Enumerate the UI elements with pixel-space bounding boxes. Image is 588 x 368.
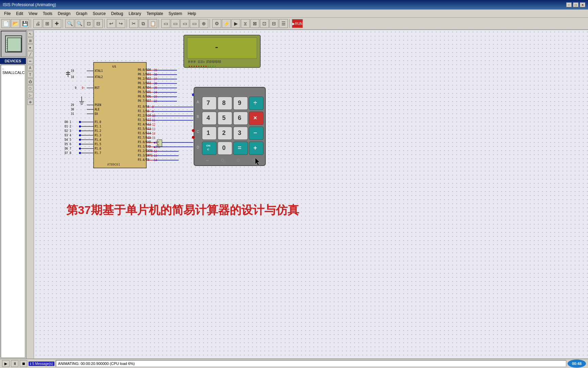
tool-probe[interactable]: ⊕ [27,99,33,105]
svg-text:30: 30 [71,108,74,111]
svg-text:—: — [206,159,209,162]
toolbar-save[interactable]: 💾 [20,19,29,28]
toolbar-zoom-area[interactable]: ⊟ [94,19,103,28]
svg-text:13: 13 [152,128,156,131]
sep2 [63,19,64,28]
svg-text:P1.5: P1.5 [95,143,101,146]
toolbar-paste[interactable]: 📋 [148,19,157,28]
toolbar-b12[interactable]: ⊟ [270,19,278,28]
tool-text[interactable]: T [27,72,33,78]
toolbar-b9[interactable]: ⧖ [241,19,250,28]
svg-text:9: 9 [238,99,241,106]
toolbar-b13[interactable]: ☰ [279,19,288,28]
device-list[interactable]: -SMALLCALC [1,65,25,358]
toolbar-copy[interactable]: ⧉ [139,19,148,28]
tool-bus[interactable]: ═ [27,58,33,64]
sep3 [104,19,105,28]
tool-junction[interactable]: ● [27,44,33,50]
toolbar-b3[interactable]: ▭ [180,19,189,28]
toolbar-zoom-in[interactable]: 🔍 [65,19,74,28]
message-badge[interactable]: ℹ 5 Message(s) [29,362,54,366]
svg-text:D3  4: D3 4 [65,134,71,137]
svg-text:5: 5 [222,114,226,121]
tool-power[interactable]: ⏻ [27,78,33,85]
svg-text:8: 8 [222,99,226,106]
svg-text:第37期基于单片机的简易计算器的设计与仿真: 第37期基于单片机的简易计算器的设计与仿真 [66,203,299,216]
message-count: 5 Message(s) [32,362,53,366]
side-tools: ↖ ⊞ ● ╱ ═ A T ⏻ ⬡ ▷ ⊕ [27,30,34,358]
menu-view[interactable]: View [26,11,40,17]
maximize-button[interactable]: □ [573,2,578,7]
toolbar-grid[interactable]: ⊞ [43,19,52,28]
menu-source[interactable]: Source [90,11,109,17]
svg-rect-19 [198,66,199,67]
canvas-area[interactable]: - 界界界 芸芸u β5β8β8β8β U [34,30,588,358]
close-button[interactable]: ✕ [580,2,585,7]
toolbar-print[interactable]: 🖨 [33,19,42,28]
menubar: File Edit View Tools Design Graph Source… [0,10,588,18]
menu-edit[interactable]: Edit [13,11,26,17]
svg-text:7: 7 [207,99,210,106]
toolbar-cut[interactable]: ✂ [129,19,138,28]
toolbar-redo[interactable]: ↪ [116,19,125,28]
toolbar-b11[interactable]: ⊡ [260,19,269,28]
toolbar-add[interactable]: ✚ [52,19,61,28]
info-icon: ℹ [30,362,31,366]
menu-template[interactable]: Template [144,11,166,17]
menu-file[interactable]: File [1,11,13,17]
tool-component[interactable]: ⊞ [27,37,33,44]
toolbar-b5[interactable]: ⊕ [199,19,208,28]
svg-text:1: 1 [207,129,210,136]
tool-terminal[interactable]: ⬡ [27,85,33,91]
toolbar-zoom-out[interactable]: 🔍 [75,19,84,28]
toolbar-b6[interactable]: ⚙ [212,19,221,28]
play-button[interactable]: ▶ [2,360,10,367]
tool-pointer[interactable]: ↖ [27,31,33,37]
menu-help[interactable]: Help [185,11,199,17]
svg-point-71 [79,143,81,145]
toolbar-b8[interactable]: ▶ [231,19,240,28]
toolbar-zoom-fit[interactable]: ⊡ [84,19,93,28]
sep4 [127,19,128,28]
toolbar-b4[interactable]: ▭ [190,19,199,28]
toolbar-undo[interactable]: ↩ [107,19,116,28]
toolbar-b1[interactable]: ▭ [161,19,170,28]
toolbar: 📄 📂 💾 🖨 ⊞ ✚ 🔍 🔍 ⊡ ⊟ ↩ ↪ ✂ ⧉ 📋 ▭ ▭ ▭ ▭ ⊕ … [0,18,588,30]
toolbar-open[interactable]: 📂 [11,19,20,28]
svg-point-55 [79,125,81,127]
menu-system[interactable]: System [166,11,185,17]
svg-text:XTAL1: XTAL1 [95,70,103,73]
toolbar-run[interactable]: ▶RUN [292,19,303,28]
pause-button[interactable]: ⏸ [11,360,18,367]
tool-label[interactable]: A [27,65,33,71]
tool-port[interactable]: ▷ [27,92,33,98]
svg-text:P1.4: P1.4 [95,138,101,141]
svg-rect-15 [189,66,190,67]
menu-debug[interactable]: Debug [109,11,126,17]
svg-point-211 [192,129,195,132]
svg-text:A: A [197,100,199,104]
svg-text:÷: ÷ [254,99,257,106]
window-controls: − □ ✕ [566,2,585,7]
stop-button[interactable]: ⏹ [20,360,27,367]
svg-rect-25 [212,66,213,67]
menu-library[interactable]: Library [126,11,144,17]
svg-text:4: 4 [207,114,210,121]
svg-point-51 [79,121,81,123]
minimize-button[interactable]: − [566,2,572,7]
svg-rect-24 [210,66,211,67]
toolbar-b7[interactable]: ⚡ [222,19,231,28]
toolbar-new[interactable]: 📄 [1,19,10,28]
menu-design[interactable]: Design [55,11,73,17]
svg-rect-16 [191,66,192,67]
svg-text:3: 3 [238,129,241,136]
menu-graph[interactable]: Graph [73,11,90,17]
devices-panel-label[interactable]: DEVICES [0,58,26,64]
svg-text:P1.0: P1.0 [95,121,101,124]
toolbar-b2[interactable]: ▭ [171,19,180,28]
tool-wire[interactable]: ╱ [27,51,33,57]
svg-text:P1.1: P1.1 [95,125,101,128]
toolbar-b10[interactable]: ⊠ [250,19,259,28]
device-item-smallcalc[interactable]: -SMALLCALC [2,66,24,75]
menu-tools[interactable]: Tools [40,11,55,17]
